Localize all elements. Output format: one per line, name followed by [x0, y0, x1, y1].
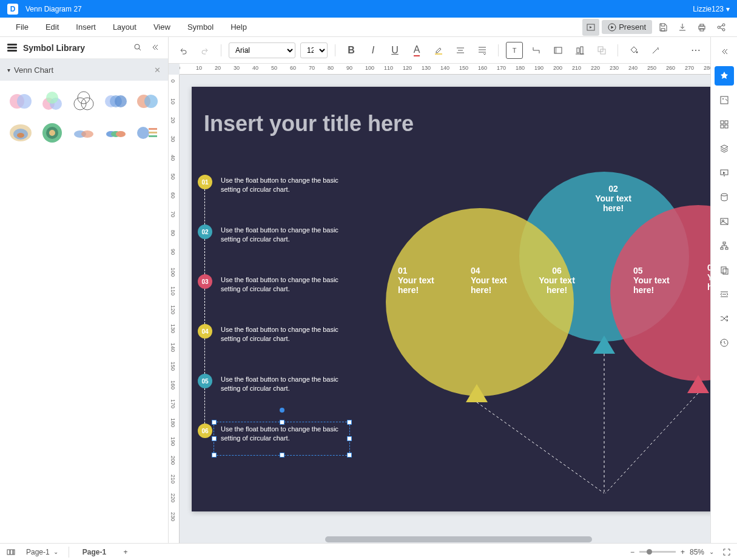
redo-button[interactable] — [197, 42, 214, 59]
text-tool-button[interactable]: T — [506, 42, 523, 59]
zoom-level[interactable]: 85% — [690, 548, 704, 556]
venn-symbol-10[interactable] — [134, 120, 161, 146]
data-panel-button[interactable] — [715, 187, 734, 207]
canvas-title[interactable]: Insert your title here — [204, 111, 414, 137]
menu-view[interactable]: View — [145, 20, 179, 34]
align-h-button[interactable] — [452, 42, 469, 59]
print-button[interactable] — [693, 19, 710, 36]
scrollbar-horizontal[interactable] — [180, 536, 710, 543]
image-panel-button[interactable] — [715, 90, 734, 110]
step-item[interactable]: 01Use the float button to change the bas… — [198, 175, 342, 224]
resize-handle[interactable] — [212, 453, 217, 457]
expand-panel-button[interactable] — [715, 42, 734, 61]
share-button[interactable] — [713, 19, 730, 36]
group-button[interactable] — [593, 42, 610, 59]
step-item[interactable]: 03Use the float button to change the bas… — [198, 274, 342, 324]
italic-button[interactable]: I — [365, 42, 382, 59]
venn-label-2[interactable]: 02Your text here! — [586, 184, 641, 213]
step-text[interactable]: Use the float button to change the basic… — [221, 175, 342, 195]
font-color-button[interactable]: A — [408, 42, 425, 59]
menu-edit[interactable]: Edit — [37, 20, 67, 34]
bold-button[interactable]: B — [343, 42, 360, 59]
download-button[interactable] — [674, 19, 691, 36]
venn-label-3[interactable]: 03Your text here! — [707, 263, 710, 292]
fullscreen-button[interactable] — [722, 548, 731, 556]
venn-symbol-9[interactable] — [103, 120, 129, 146]
menu-insert[interactable]: Insert — [67, 20, 104, 34]
close-icon[interactable]: ✕ — [154, 66, 161, 75]
shuffle-panel-button[interactable] — [715, 309, 734, 328]
venn-symbol-2[interactable] — [39, 88, 66, 115]
step-text[interactable]: Use the float button to change the basic… — [221, 324, 342, 344]
distribute-panel-button[interactable] — [715, 285, 734, 304]
canvas[interactable]: Insert your title here 01Use the float b… — [192, 87, 710, 511]
step-text[interactable]: Use the float button to change the basic… — [221, 374, 342, 394]
clipboard-panel-button[interactable] — [715, 260, 734, 280]
venn-label-6[interactable]: 06Your text here! — [539, 266, 575, 295]
present-panel-button[interactable] — [715, 163, 734, 183]
step-text[interactable]: Use the float button to change the basic… — [221, 274, 342, 294]
search-icon[interactable] — [133, 42, 144, 53]
resize-handle[interactable] — [347, 436, 352, 441]
step-item[interactable]: 05Use the float button to change the bas… — [198, 374, 342, 423]
fill-button[interactable] — [625, 42, 642, 59]
resize-handle[interactable] — [347, 420, 352, 425]
rotate-handle[interactable] — [280, 408, 284, 413]
menu-layout[interactable]: Layout — [104, 20, 145, 34]
apps-panel-button[interactable] — [715, 115, 734, 134]
picture-panel-button[interactable] — [715, 212, 734, 231]
venn-symbol-1[interactable] — [7, 88, 34, 115]
resize-handle[interactable] — [280, 420, 284, 425]
collapse-icon[interactable] — [150, 42, 161, 53]
save-button[interactable] — [655, 19, 671, 36]
line-style-button[interactable] — [647, 42, 664, 59]
layers-panel-button[interactable] — [715, 139, 734, 158]
scrollbar-thumb[interactable] — [325, 536, 592, 542]
venn-label-4[interactable]: 04Your text here! — [471, 266, 525, 295]
hierarchy-panel-button[interactable] — [715, 236, 734, 255]
resize-handle[interactable] — [280, 453, 284, 457]
selection-box[interactable] — [214, 422, 350, 456]
canvas-scroll[interactable]: Insert your title here 01Use the float b… — [180, 75, 710, 543]
font-select[interactable]: Arial — [229, 42, 295, 58]
zoom-in-button[interactable]: + — [681, 548, 685, 556]
history-panel-button[interactable] — [715, 333, 734, 353]
venn-symbol-8[interactable] — [70, 120, 97, 146]
resize-handle[interactable] — [212, 420, 217, 425]
align-objects-button[interactable] — [571, 42, 588, 59]
venn-label-1[interactable]: 01Your text here! — [398, 266, 453, 295]
venn-symbol-7[interactable] — [39, 120, 66, 146]
user-menu[interactable]: Lizzie123 ▾ — [693, 5, 730, 13]
step-text[interactable]: Use the float button to change the basic… — [221, 224, 342, 245]
add-page-button[interactable]: + — [119, 546, 132, 558]
venn-label-5[interactable]: 05Your text here! — [633, 266, 688, 295]
page-tab[interactable]: Page-1 — [75, 545, 113, 559]
resize-handle[interactable] — [347, 453, 352, 457]
highlight-button[interactable] — [430, 42, 447, 59]
symbol-group-header[interactable]: ▾ Venn Chart ✕ — [0, 59, 168, 81]
slideshow-button[interactable] — [582, 19, 599, 36]
pages-icon[interactable] — [6, 547, 16, 557]
underline-button[interactable]: U — [386, 42, 403, 59]
container-button[interactable] — [550, 42, 567, 59]
venn-symbol-3[interactable] — [70, 88, 97, 115]
menu-help[interactable]: Help — [222, 20, 255, 34]
step-item[interactable]: 02Use the float button to change the bas… — [198, 224, 342, 274]
present-button[interactable]: Present — [602, 20, 652, 34]
undo-button[interactable] — [175, 42, 192, 59]
more-button[interactable]: ⋯ — [687, 42, 704, 59]
resize-handle[interactable] — [212, 436, 217, 441]
menu-file[interactable]: File — [7, 20, 37, 34]
align-v-button[interactable] — [474, 42, 491, 59]
zoom-out-button[interactable]: − — [630, 548, 634, 556]
step-item[interactable]: 04Use the float button to change the bas… — [198, 324, 342, 374]
connector-button[interactable] — [528, 42, 545, 59]
page-select[interactable]: Page-1 ⌄ — [22, 546, 62, 558]
font-size-select[interactable]: 12 — [300, 42, 328, 58]
zoom-slider[interactable] — [639, 551, 676, 553]
balloon-yellow[interactable] — [386, 208, 574, 396]
venn-symbol-6[interactable] — [7, 120, 34, 146]
style-panel-button[interactable] — [715, 66, 734, 86]
venn-symbol-4[interactable] — [103, 88, 129, 115]
venn-symbol-5[interactable] — [134, 88, 161, 115]
